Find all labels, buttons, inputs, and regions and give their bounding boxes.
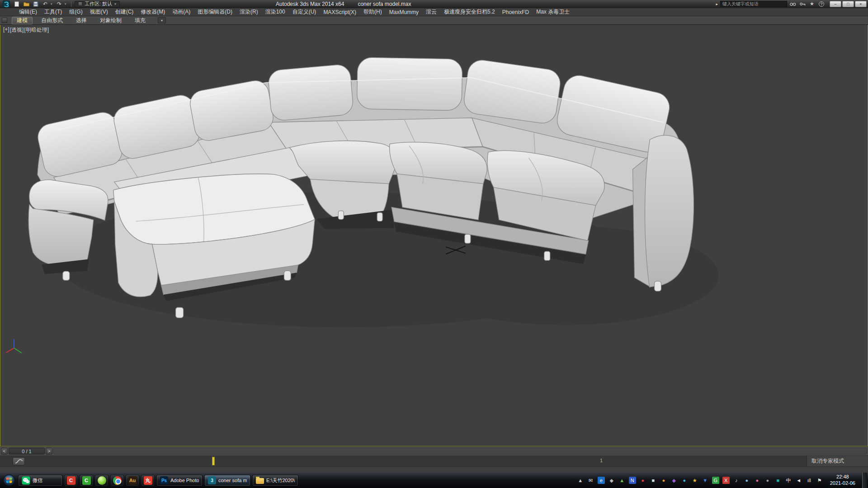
pinned-chrome-button[interactable] — [110, 475, 124, 486]
menu-item[interactable]: 极速瘦身安全归档5.2 — [440, 8, 499, 16]
ribbon-tabs: 建模自由形式选择对象绘制填充 — [12, 17, 154, 24]
track-bar[interactable]: 1 — [25, 456, 807, 466]
tray-teal-square-icon[interactable]: ■ — [774, 477, 782, 484]
menu-item[interactable]: 组(G) — [66, 8, 86, 16]
help-icon[interactable]: ? — [818, 1, 825, 7]
tray-white-square-icon[interactable]: ■ — [650, 477, 657, 484]
new-scene-button[interactable] — [13, 0, 21, 7]
workspace-selector[interactable]: 工作区: 默认 ▾ — [75, 1, 120, 7]
tray-network-icon[interactable]: ıll — [806, 477, 813, 484]
menu-item[interactable]: 渲染100 — [262, 8, 289, 16]
taskbar-3dsmax-button[interactable]: 3 coner sofa mod... — [204, 475, 250, 486]
menu-item[interactable]: 修改器(M) — [137, 8, 169, 16]
menu-item[interactable]: MAXScript(X) — [320, 8, 360, 16]
tray-blue-e-icon[interactable]: e — [598, 477, 605, 484]
save-file-button[interactable] — [32, 0, 40, 7]
tray-gray-diamond-icon[interactable]: ◆ — [608, 477, 615, 484]
tray-music-note-icon[interactable]: ♪ — [733, 477, 740, 484]
tray-ime-chinese-icon[interactable]: 中 — [785, 477, 792, 484]
search-binoculars-icon[interactable] — [789, 1, 797, 7]
viewport-canvas[interactable] — [0, 25, 868, 446]
menu-item[interactable]: 渲染(R) — [236, 8, 262, 16]
star-icon[interactable]: ★ — [808, 1, 816, 7]
tray-blue-down-icon[interactable]: ▼ — [702, 477, 709, 484]
infocenter-search-input[interactable] — [720, 1, 787, 7]
undo-dropdown-button[interactable]: ▾ — [51, 2, 54, 6]
pinned-app-red-c-button[interactable]: C — [64, 475, 78, 486]
open-folder-icon — [24, 1, 29, 6]
viewport-general-menu[interactable]: [+] — [3, 26, 9, 34]
menu-item[interactable]: 创建(C) — [112, 8, 137, 16]
menu-item[interactable]: Max 杀毒卫士 — [533, 8, 573, 16]
menu-item[interactable]: MaxMummy — [386, 8, 422, 16]
redo-button[interactable]: ↷ — [55, 0, 63, 7]
tray-yellow-star-icon[interactable]: ★ — [691, 477, 698, 484]
menu-item[interactable]: 编辑(E) — [15, 8, 41, 16]
tray-hidden-icons-button[interactable]: ▲ — [577, 477, 584, 484]
minimize-button[interactable]: – — [830, 1, 841, 7]
tray-green-square-icon[interactable]: G — [712, 477, 719, 484]
taskbar-clock[interactable]: 22:48 2021-02-06 — [826, 474, 859, 487]
taskbar-folder-button[interactable]: E:\天竹2020\围... — [252, 475, 298, 486]
start-button[interactable] — [2, 473, 16, 488]
tray-gray-dot-icon[interactable]: ● — [764, 477, 771, 484]
maximize-button[interactable]: □ — [842, 1, 854, 7]
viewport-perspective[interactable]: [+] [透视] [明暗处理] — [0, 25, 868, 446]
cancel-expert-mode-button[interactable]: 取消专家模式 — [811, 457, 844, 465]
time-slider-track[interactable] — [53, 448, 867, 455]
tray-pink-dot-icon[interactable]: ● — [754, 477, 761, 484]
close-button[interactable]: × — [855, 1, 867, 7]
menu-item[interactable]: 工具(T) — [41, 8, 66, 16]
app-menu-button[interactable] — [1, 0, 11, 8]
redo-dropdown-button[interactable]: ▾ — [65, 2, 68, 6]
taskbar-wechat-button[interactable]: 微信 — [18, 475, 62, 486]
menu-item[interactable]: 视图(V) — [86, 8, 112, 16]
chevron-down-icon: ▾ — [114, 2, 116, 6]
ribbon-tab[interactable]: 选择 — [71, 17, 91, 24]
tray-red-x-icon[interactable]: X — [722, 477, 730, 484]
previous-frame-button[interactable]: < — [1, 448, 8, 455]
ribbon-handle-icon[interactable] — [2, 18, 7, 23]
undo-button[interactable]: ↶ — [41, 0, 49, 7]
tray-orange-dot-icon[interactable]: ● — [660, 477, 667, 484]
taskbar-photoshop-button[interactable]: Ps Adobe Photosh... — [156, 475, 203, 486]
menu-item[interactable]: 自定义(U) — [289, 8, 320, 16]
show-desktop-button[interactable] — [862, 473, 867, 488]
ribbon-tab[interactable]: 自由形式 — [37, 17, 67, 24]
chrome-icon — [113, 476, 122, 485]
pinned-app-green-c-button[interactable]: C — [80, 475, 93, 486]
title-bar: ↶ ▾ ↷ ▾ 工作区: 默认 ▾ Autodesk 3ds Max 2014 … — [0, 0, 868, 8]
tray-action-center-flag-icon[interactable]: ⚑ — [816, 477, 823, 484]
infocenter-toggle-icon[interactable]: ▸ — [716, 2, 718, 6]
ribbon-tab[interactable]: 对象绘制 — [95, 17, 126, 24]
pinned-wan-app-button[interactable]: 丸 — [141, 475, 155, 486]
tray-volume-icon[interactable]: ◄ — [795, 477, 802, 484]
menu-item[interactable]: 图形编辑器(D) — [194, 8, 236, 16]
menu-item[interactable]: 帮助(H) — [360, 8, 386, 16]
time-slider-bar: < 0 / 1 > — [0, 446, 868, 455]
pinned-audition-button[interactable]: Au — [126, 475, 139, 486]
windows-taskbar: 微信 C C Au — [0, 473, 868, 488]
next-frame-button[interactable]: > — [46, 448, 52, 455]
menu-item[interactable]: 渲云 — [422, 8, 440, 16]
tray-green-triangle-icon[interactable]: ▲ — [618, 477, 626, 484]
time-slider-handle[interactable]: 0 / 1 — [9, 448, 45, 455]
viewport-shading-menu[interactable]: [明暗处理] — [24, 26, 49, 34]
open-file-button[interactable] — [22, 0, 30, 7]
tray-purple-diamond-icon[interactable]: ◆ — [670, 477, 678, 484]
viewport-pov-menu[interactable]: [透视] — [10, 26, 24, 34]
key-icon[interactable] — [799, 1, 806, 7]
tray-mail-icon[interactable]: ✉ — [587, 477, 594, 484]
tray-blue-n-icon[interactable]: N — [629, 477, 636, 484]
tray-cyan-dot-icon[interactable]: ● — [681, 477, 688, 484]
ribbon-tab[interactable]: 建模 — [12, 17, 33, 24]
mini-curve-editor-button[interactable] — [13, 457, 25, 465]
menu-item[interactable]: 动画(A) — [169, 8, 194, 16]
tray-red-dot-icon[interactable]: ● — [639, 477, 646, 484]
pinned-browser-sphere-button[interactable] — [95, 475, 108, 486]
tray-lightblue-dot-icon[interactable]: ● — [743, 477, 750, 484]
current-frame-marker[interactable] — [212, 457, 215, 465]
menu-item[interactable]: PhoenixFD — [499, 8, 533, 16]
ribbon-tab[interactable]: 填充 — [130, 17, 150, 24]
ribbon-minimize-button[interactable]: ▾ — [158, 17, 166, 23]
